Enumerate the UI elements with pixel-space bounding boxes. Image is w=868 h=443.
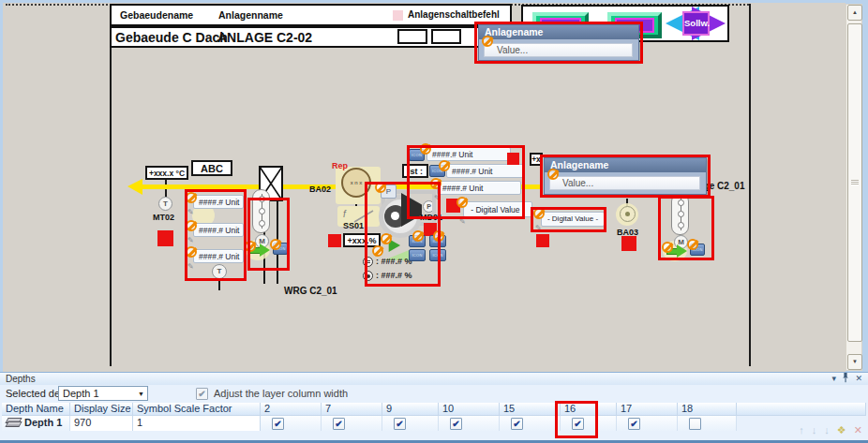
panel-menu-icon[interactable]: ▾ [831, 374, 836, 383]
scale-factor-cell[interactable]: 1 [133, 416, 261, 431]
depths-table: Depth NameDisplay SizeSymbol Scale Facto… [2, 403, 868, 431]
titleblock-empty-cell-2 [431, 29, 461, 44]
layer-17-cell[interactable]: ✔ [617, 416, 678, 431]
column-header-7[interactable]: 7 [322, 403, 382, 416]
scroll-down-button[interactable]: ▼ [847, 354, 862, 370]
abc-display[interactable]: ABC [191, 160, 232, 176]
selected-depth-value: Depth 1 [63, 388, 99, 399]
plant-name-value: ANLAGE C2-02 [217, 30, 312, 45]
adjust-layer-width-checkbox[interactable]: ✔ [196, 388, 208, 400]
depths-panel: Depths ▾ ✕ Selected depth: Depth 1 ▼ ✔ A… [0, 372, 868, 443]
layer-7-checkbox[interactable]: ✔ [333, 418, 345, 430]
depths-panel-title: Depths [6, 374, 36, 384]
rep-label: Rep [332, 161, 348, 170]
wrg-label: WRG C2_01 [284, 286, 337, 296]
sensor-mt02-label: MT02 [153, 213, 174, 222]
chevron-down-icon: ▼ [138, 391, 144, 397]
building-name-label: Gebaeudename [120, 9, 193, 21]
plant-name-label: Anlagenname [218, 9, 283, 21]
layer-9-checkbox[interactable]: ✔ [394, 418, 406, 430]
damper-ss01-label: SS01 [343, 221, 364, 230]
function-symbol: f [343, 209, 346, 219]
depths-panel-caption: Depths ▾ ✕ [0, 373, 868, 385]
depths-table-header: Depth NameDisplay SizeSymbol Scale Facto… [2, 403, 868, 416]
sensor-dot [625, 212, 630, 216]
delete-depth-icon[interactable]: ✕ [854, 424, 862, 436]
display-size-cell[interactable]: 970 [70, 416, 133, 431]
layer-15-cell[interactable]: ✔ [500, 416, 561, 431]
plant-command-label: Anlagenschaltbefehl [408, 9, 500, 20]
column-header-symbol-scale-factor[interactable]: Symbol Scale Factor [133, 403, 261, 416]
scroll-down-icon: ▼ [852, 359, 858, 364]
layer-9-cell[interactable]: ✔ [382, 416, 439, 431]
page-right-border [749, 4, 751, 366]
annotation-box-digital-value [531, 207, 606, 232]
page-left-border [110, 4, 112, 366]
selected-depth-dropdown[interactable]: Depth 1 ▼ [58, 386, 148, 401]
move-bottom-icon[interactable]: ↓ [824, 424, 830, 436]
layer-2-cell[interactable]: ✔ [261, 416, 322, 431]
scada-editor-window: Gebaeudename Anlagenname Anlagenschaltbe… [0, 0, 868, 443]
scroll-up-button[interactable]: ▲ [847, 5, 862, 21]
annotation-box-popup2 [540, 155, 711, 198]
column-header-depth-name[interactable]: Depth Name [2, 403, 70, 416]
temperature-display[interactable]: +xxx.x °C [145, 166, 188, 180]
setpoint-diamond-button[interactable]: Sollw. [666, 7, 726, 40]
alarm-indicator [157, 230, 173, 246]
layer-18-cell[interactable] [678, 416, 737, 431]
depths-footer-toolbar: ↑ ↓ ↓ ❖ ✕ [794, 424, 862, 436]
depth-name-cell[interactable]: Depth 1 [2, 416, 70, 431]
scroll-up-icon: ▲ [852, 9, 858, 15]
setpoint-label: Sollw. [682, 11, 710, 36]
alarm-indicator [621, 236, 636, 251]
annotation-box-left-actuator [247, 198, 290, 271]
column-header-15[interactable]: 15 [500, 403, 561, 416]
column-header-display-size[interactable]: Display Size [70, 403, 133, 416]
column-header-9[interactable]: 9 [382, 403, 439, 416]
titleblock-empty-cell-1 [397, 29, 427, 44]
column-header-17[interactable]: 17 [617, 403, 678, 416]
damper-ba02-label: BA02 [309, 185, 331, 194]
annotation-box-popup1 [474, 22, 643, 64]
layer-18-checkbox[interactable] [689, 418, 701, 430]
titleblock-header-row: Gebaeudename Anlagenname Anlagenschaltbe… [110, 4, 512, 26]
alarm-indicator [536, 234, 549, 247]
layer-10-checkbox[interactable]: ✔ [450, 418, 462, 430]
column-header-18[interactable]: 18 [678, 403, 737, 416]
canvas-vertical-scrollbar[interactable]: ▲ ▼ [846, 4, 862, 371]
annotation-box-column-16 [555, 401, 598, 438]
annotation-box-top-units [407, 145, 525, 219]
pin-icon[interactable] [842, 373, 849, 385]
column-header-blank [737, 403, 866, 416]
column-header-2[interactable]: 2 [261, 403, 322, 416]
annotation-box-right-actuator [658, 196, 714, 260]
layer-10-cell[interactable]: ✔ [439, 416, 500, 431]
alarm-indicator [328, 234, 341, 247]
flow-arrowhead [127, 179, 142, 195]
adjust-layer-width-label: Adjust the layer column width [214, 388, 348, 399]
column-header-10[interactable]: 10 [439, 403, 500, 416]
move-up-icon[interactable]: ↑ [799, 424, 804, 436]
close-icon[interactable]: ✕ [855, 374, 862, 383]
add-depth-icon[interactable]: ❖ [837, 424, 846, 436]
layer-15-checkbox[interactable]: ✔ [511, 418, 523, 430]
depths-table-row[interactable]: Depth 19701✔✔✔✔✔✔✔ [2, 416, 868, 431]
layer-2-checkbox[interactable]: ✔ [272, 418, 284, 430]
layers-icon [7, 418, 21, 427]
layer-7-cell[interactable]: ✔ [322, 416, 382, 431]
move-down-icon[interactable]: ↓ [812, 424, 817, 436]
scrollbar-thumb[interactable] [847, 23, 862, 342]
temperature-sensor-icon[interactable]: T [158, 197, 172, 211]
building-name-value: Gebaeude C Dach [115, 30, 228, 45]
annotation-box-left-units [185, 189, 247, 281]
command-color-swatch [393, 10, 403, 21]
titleblock-value-row: Gebaeude C Dach ANLAGE C2-02 [110, 26, 512, 48]
depths-controls-row: Selected depth: Depth 1 ▼ ✔ Adjust the l… [0, 385, 868, 403]
layer-17-checkbox[interactable]: ✔ [628, 418, 640, 430]
